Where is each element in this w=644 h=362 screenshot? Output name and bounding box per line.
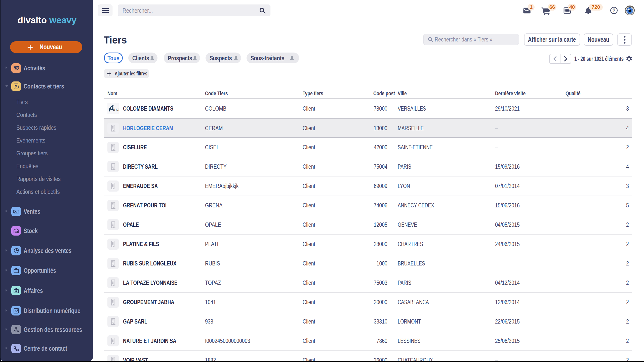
svg-text:ura: ura	[113, 107, 119, 112]
